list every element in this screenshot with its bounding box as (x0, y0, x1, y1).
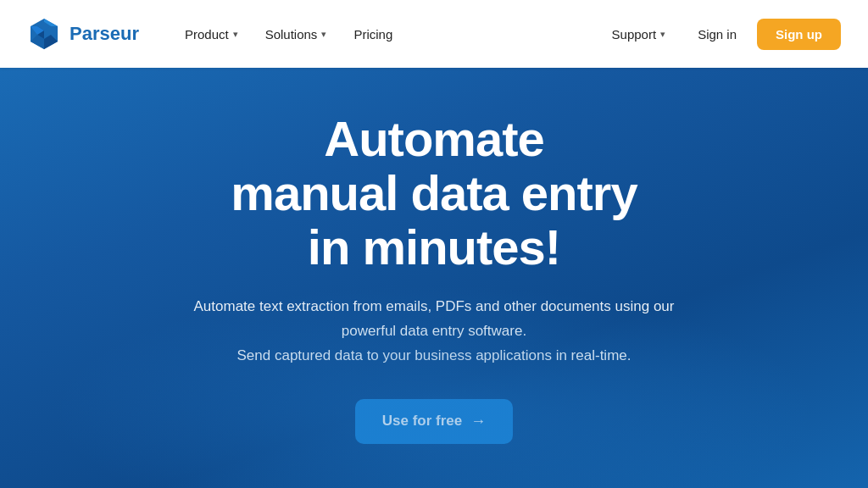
nav-item-pricing[interactable]: Pricing (342, 20, 404, 48)
signin-button[interactable]: Sign in (684, 20, 750, 48)
signup-button[interactable]: Sign up (757, 19, 841, 50)
parseur-logo-icon (27, 17, 61, 51)
hero-section: Automate manual data entry in minutes! A… (0, 68, 868, 488)
logo-link[interactable]: Parseur (27, 17, 139, 51)
logo-text: Parseur (70, 23, 139, 45)
hero-title-line1: Automate (324, 111, 543, 166)
chevron-down-icon: ▾ (660, 29, 665, 40)
hero-cta-button[interactable]: Use for free → (355, 399, 513, 444)
hero-subtitle-line3: Send captured data to your business appl… (237, 347, 632, 363)
nav-solutions-label: Solutions (265, 27, 318, 42)
nav-item-support[interactable]: Support ▾ (600, 20, 678, 48)
nav-support-label: Support (612, 27, 657, 42)
hero-title: Automate manual data entry in minutes! (231, 112, 637, 274)
nav-item-solutions[interactable]: Solutions ▾ (253, 20, 339, 48)
nav-product-label: Product (185, 27, 229, 42)
hero-cta-label: Use for free (382, 413, 462, 430)
nav-item-product[interactable]: Product ▾ (173, 20, 250, 48)
hero-subtitle-line1: Automate text extraction from emails, PD… (194, 298, 675, 314)
chevron-down-icon: ▾ (321, 29, 326, 40)
chevron-down-icon: ▾ (233, 29, 238, 40)
arrow-right-icon: → (470, 413, 486, 430)
hero-title-line2: manual data entry (231, 165, 637, 220)
hero-subtitle-line2: powerful data entry software. (342, 323, 526, 339)
nav-links: Product ▾ Solutions ▾ Pricing (173, 20, 600, 48)
navbar: Parseur Product ▾ Solutions ▾ Pricing Su… (0, 0, 868, 68)
nav-pricing-label: Pricing (353, 27, 392, 42)
hero-title-line3: in minutes! (308, 219, 560, 274)
nav-right: Support ▾ Sign in Sign up (600, 19, 841, 50)
hero-subtitle: Automate text extraction from emails, PD… (194, 295, 675, 369)
